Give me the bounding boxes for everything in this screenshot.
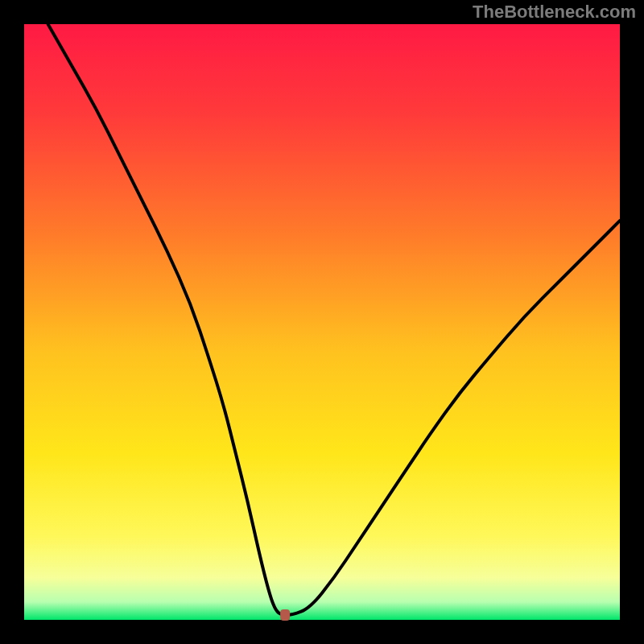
watermark-text: TheBottleneck.com <box>473 2 636 23</box>
bottleneck-plot <box>0 0 644 644</box>
optimum-marker <box>280 609 290 621</box>
chart-frame: { "watermark": "TheBottleneck.com", "plo… <box>0 0 644 644</box>
plot-background <box>24 24 620 620</box>
